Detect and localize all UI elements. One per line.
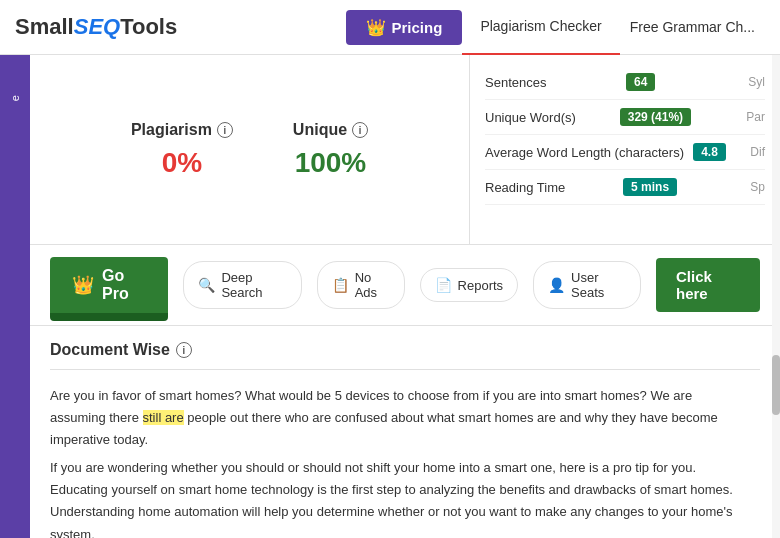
- stats-panel: Plagiarism i 0% Unique i 100% Sent: [30, 55, 780, 245]
- stat-badge-reading-time: 5 mins: [623, 178, 677, 196]
- plagiarism-label: Plagiarism i: [131, 121, 233, 139]
- header: SmallSEQTools 👑 Pricing Plagiarism Check…: [0, 0, 780, 55]
- stat-right-unique: Par: [735, 110, 765, 124]
- logo-small: Small: [15, 14, 74, 40]
- search-icon: 🔍: [198, 277, 215, 293]
- plagiarism-nav[interactable]: Plagiarism Checker: [462, 0, 619, 55]
- scrollbar[interactable]: [772, 55, 780, 538]
- click-here-button[interactable]: Click here: [656, 258, 760, 312]
- document-title: Document Wise i: [50, 341, 760, 370]
- reports-icon: 📄: [435, 277, 452, 293]
- main-area: e Plagiarism i 0% Unique i: [0, 55, 780, 538]
- document-text-body: Are you in favor of smart homes? What wo…: [50, 385, 760, 538]
- content-area: Plagiarism i 0% Unique i 100% Sent: [30, 55, 780, 538]
- reports-button[interactable]: 📄 Reports: [420, 268, 519, 302]
- user-seats-button[interactable]: 👤 User Seats: [533, 261, 641, 309]
- go-pro-label: Go Pro: [102, 267, 146, 303]
- plagiarism-metric: Plagiarism i 0%: [131, 121, 233, 179]
- document-section: Document Wise i Are you in favor of smar…: [30, 326, 780, 538]
- logo-tools: Tools: [120, 14, 177, 40]
- user-seats-label: User Seats: [571, 270, 626, 300]
- left-sidebar-strip: e: [0, 55, 30, 538]
- reports-label: Reports: [458, 278, 504, 293]
- no-ads-label: No Ads: [355, 270, 390, 300]
- scrollbar-thumb[interactable]: [772, 355, 780, 415]
- go-pro-banner: 👑 Go Pro 🔍 Deep Search 📋 No Ads 📄 Report…: [30, 245, 780, 326]
- stat-badge-sentences: 64: [626, 73, 655, 91]
- stat-row-word-length: Average Word Length (characters) 4.8 Dif: [485, 135, 765, 170]
- unique-label: Unique i: [293, 121, 368, 139]
- unique-metric: Unique i 100%: [293, 121, 368, 179]
- document-info-icon[interactable]: i: [176, 342, 192, 358]
- metrics-box: Plagiarism i 0% Unique i 100%: [30, 55, 470, 245]
- stat-right-reading: Sp: [735, 180, 765, 194]
- pricing-nav[interactable]: 👑 Pricing: [346, 10, 463, 45]
- stat-badge-word-length: 4.8: [693, 143, 726, 161]
- plagiarism-info-icon[interactable]: i: [217, 122, 233, 138]
- crown-icon: 👑: [366, 18, 386, 37]
- sidebar-label: e: [9, 95, 21, 101]
- right-stats: Sentences 64 Syl Unique Word(s) 329 (41%…: [470, 55, 780, 245]
- paragraph-1: Are you in favor of smart homes? What wo…: [50, 385, 745, 451]
- logo: SmallSEQTools: [15, 14, 177, 40]
- stat-label: Unique Word(s): [485, 110, 576, 125]
- no-ads-icon: 📋: [332, 277, 349, 293]
- logo-seo: SEQ: [74, 14, 120, 40]
- plagiarism-label: Plagiarism Checker: [480, 18, 601, 34]
- stat-badge-unique-words: 329 (41%): [620, 108, 691, 126]
- paragraph-2: If you are wondering whether you should …: [50, 457, 745, 538]
- stat-row-unique-words: Unique Word(s) 329 (41%) Par: [485, 100, 765, 135]
- plagiarism-value: 0%: [131, 147, 233, 179]
- go-pro-button[interactable]: 👑 Go Pro: [50, 257, 168, 313]
- pricing-label: Pricing: [392, 19, 443, 36]
- deep-search-button[interactable]: 🔍 Deep Search: [183, 261, 301, 309]
- stat-right-word-length: Dif: [735, 145, 765, 159]
- no-ads-button[interactable]: 📋 No Ads: [317, 261, 405, 309]
- nav-items: 👑 Pricing Plagiarism Checker Free Gramma…: [346, 0, 765, 55]
- stat-label: Sentences: [485, 75, 546, 90]
- go-pro-crown-icon: 👑: [72, 274, 94, 296]
- deep-search-label: Deep Search: [221, 270, 286, 300]
- unique-value: 100%: [293, 147, 368, 179]
- stat-label: Reading Time: [485, 180, 565, 195]
- grammar-label: Free Grammar Ch...: [630, 19, 755, 35]
- user-seats-icon: 👤: [548, 277, 565, 293]
- stat-row-reading-time: Reading Time 5 mins Sp: [485, 170, 765, 205]
- stat-row-sentences: Sentences 64 Syl: [485, 65, 765, 100]
- unique-info-icon[interactable]: i: [352, 122, 368, 138]
- stat-label: Average Word Length (characters): [485, 145, 684, 160]
- grammar-nav[interactable]: Free Grammar Ch...: [620, 0, 765, 55]
- stat-right-sentences: Syl: [735, 75, 765, 89]
